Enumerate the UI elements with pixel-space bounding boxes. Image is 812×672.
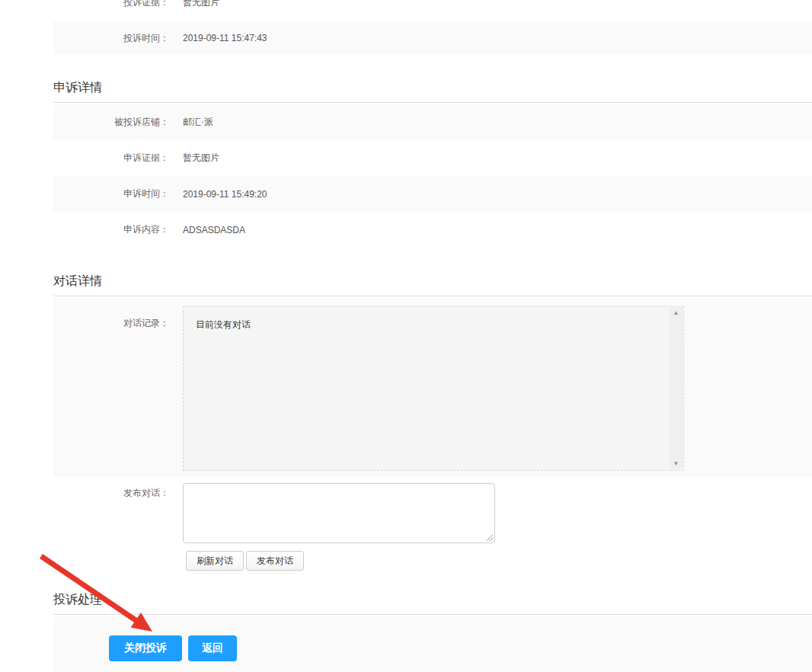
appeal-shop-label: 被投诉店铺： bbox=[53, 116, 169, 129]
dialog-record-box[interactable]: 目前没有对话 ▲ ▼ bbox=[183, 306, 684, 471]
appeal-time-label: 申诉时间： bbox=[53, 187, 169, 200]
complaint-time-value: 2019-09-11 15:47:43 bbox=[183, 33, 267, 43]
appeal-content-value: ADSASDASDA bbox=[183, 225, 245, 235]
appeal-evidence-label: 申诉证据： bbox=[53, 152, 169, 165]
appeal-time-row: 申诉时间： 2019-09-11 15:49:20 bbox=[53, 176, 812, 212]
complaint-evidence-label: 投诉证据： bbox=[53, 0, 169, 9]
refresh-dialog-button[interactable]: 刷新对话 bbox=[186, 551, 244, 571]
close-complaint-button[interactable]: 关闭投诉 bbox=[109, 635, 182, 661]
appeal-content-label: 申诉内容： bbox=[53, 223, 169, 236]
publish-dialog-button[interactable]: 发布对话 bbox=[246, 551, 304, 571]
appeal-evidence-value: 暂无图片 bbox=[183, 152, 219, 165]
appeal-time-value: 2019-09-11 15:49:20 bbox=[183, 189, 267, 200]
complaint-time-label: 投诉时间： bbox=[53, 32, 169, 45]
appeal-shop-row: 被投诉店铺： 邮汇·派 bbox=[53, 104, 812, 140]
appeal-content-row: 申诉内容： ADSASDASDA bbox=[53, 212, 812, 248]
complaint-evidence-row: 投诉证据： 暂无图片 bbox=[53, 0, 812, 21]
dialog-record-content: 目前没有对话 bbox=[184, 307, 683, 343]
scroll-down-icon[interactable]: ▼ bbox=[670, 459, 683, 469]
back-button[interactable]: 返回 bbox=[188, 635, 237, 661]
handle-section-title: 投诉处理 bbox=[53, 591, 812, 615]
dialog-actions: 刷新对话 发布对话 bbox=[53, 551, 812, 571]
complaint-time-row: 投诉时间： 2019-09-11 15:47:43 bbox=[53, 21, 812, 55]
complaint-evidence-value: 暂无图片 bbox=[183, 0, 219, 9]
handle-actions-row: 关闭投诉 返回 bbox=[53, 616, 812, 672]
appeal-section-title: 申诉详情 bbox=[53, 79, 812, 103]
dialog-record-row: 对话记录： 目前没有对话 ▲ ▼ bbox=[53, 298, 812, 477]
dialog-publish-input[interactable] bbox=[184, 484, 494, 542]
appeal-rows: 被投诉店铺： 邮汇·派 申诉证据： 暂无图片 申诉时间： 2019-09-11 … bbox=[53, 104, 812, 248]
complaint-detail-page: 投诉证据： 暂无图片 投诉时间： 2019-09-11 15:47:43 申诉详… bbox=[0, 0, 812, 672]
dialog-publish-box bbox=[183, 483, 495, 543]
scroll-up-icon[interactable]: ▲ bbox=[670, 308, 683, 318]
dialog-record-label: 对话记录： bbox=[53, 306, 169, 330]
dialog-publish-row: 发布对话： bbox=[53, 477, 812, 543]
dialog-publish-label: 发布对话： bbox=[53, 483, 169, 500]
dialog-section-title: 对话详情 bbox=[53, 273, 812, 296]
appeal-shop-value: 邮汇·派 bbox=[183, 116, 213, 129]
dialog-record-scrollbar[interactable]: ▲ ▼ bbox=[670, 308, 683, 469]
appeal-evidence-row: 申诉证据： 暂无图片 bbox=[53, 140, 812, 176]
